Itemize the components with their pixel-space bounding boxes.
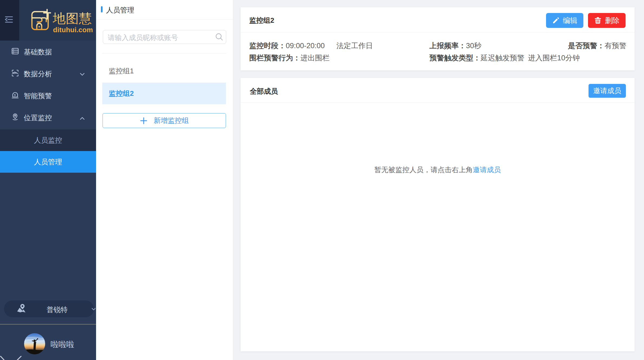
svg-text:地图慧: 地图慧 (52, 11, 92, 26)
svg-text:dituhui.com: dituhui.com (53, 26, 93, 34)
